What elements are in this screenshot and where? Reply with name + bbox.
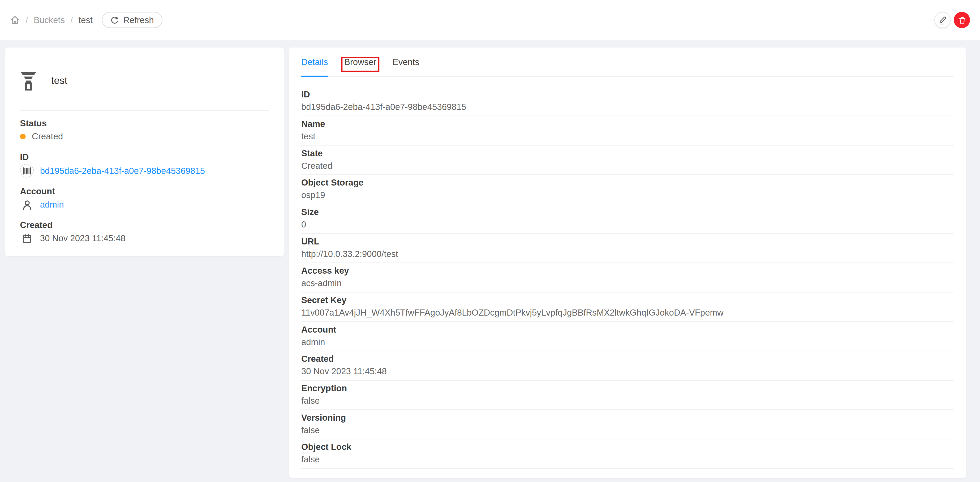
resource-title: test bbox=[51, 75, 67, 86]
top-bar: / Buckets / test Refresh bbox=[0, 0, 980, 40]
divider bbox=[20, 110, 269, 110]
calendar-icon bbox=[20, 234, 34, 243]
top-actions bbox=[934, 12, 970, 28]
account-label: Account bbox=[20, 185, 269, 197]
pencil-icon bbox=[938, 16, 947, 24]
detail-value: osp19 bbox=[301, 190, 954, 200]
detail-row: Created 30 Nov 2023 11:45:48 bbox=[301, 351, 954, 380]
created-label: Created bbox=[20, 219, 269, 231]
detail-row: Access key acs-admin bbox=[301, 263, 954, 293]
page: / Buckets / test Refresh bbox=[0, 0, 980, 482]
refresh-label: Refresh bbox=[123, 15, 154, 25]
status-dot-icon bbox=[20, 134, 25, 139]
refresh-icon bbox=[111, 16, 119, 24]
funnel-bucket-icon bbox=[20, 71, 37, 90]
detail-label: Object Storage bbox=[301, 178, 954, 188]
detail-row: Object Lock false bbox=[301, 439, 954, 469]
detail-value: admin bbox=[301, 337, 954, 347]
breadcrumb-separator: / bbox=[26, 15, 28, 25]
id-group: ID bd195da6-2eba-413f-a0e7-98be45369815 bbox=[20, 151, 269, 177]
breadcrumb-separator: / bbox=[70, 15, 73, 25]
detail-label: State bbox=[301, 148, 954, 159]
created-group: Created 30 Nov 2023 11:45:48 bbox=[20, 219, 269, 245]
id-label: ID bbox=[20, 151, 269, 163]
detail-label: Secret Key bbox=[301, 295, 954, 305]
detail-value: false bbox=[301, 396, 954, 406]
detail-label: Account bbox=[301, 325, 954, 335]
tab-details[interactable]: Details bbox=[301, 48, 328, 76]
edit-button[interactable] bbox=[934, 12, 951, 28]
detail-value: http://10.0.33.2:9000/test bbox=[301, 249, 954, 259]
details-list: ID bd195da6-2eba-413f-a0e7-98be45369815 … bbox=[301, 77, 954, 469]
status-value: Created bbox=[32, 130, 63, 143]
delete-button[interactable] bbox=[954, 12, 970, 28]
detail-row: State Created bbox=[301, 146, 954, 175]
trash-icon bbox=[958, 16, 966, 24]
detail-label: Name bbox=[301, 119, 954, 129]
content-area: test Status Created ID bbox=[0, 40, 980, 478]
detail-value: 30 Nov 2023 11:45:48 bbox=[301, 366, 954, 377]
detail-label: Created bbox=[301, 354, 954, 364]
detail-label: Size bbox=[301, 207, 954, 217]
status-group: Status Created bbox=[20, 117, 269, 143]
account-link[interactable]: admin bbox=[40, 198, 64, 211]
detail-value: false bbox=[301, 454, 954, 465]
tab-bar: Details Browser Events bbox=[301, 48, 954, 77]
barcode-icon[interactable] bbox=[20, 164, 34, 178]
breadcrumb: / Buckets / test bbox=[10, 15, 93, 25]
breadcrumb-link-buckets[interactable]: Buckets bbox=[34, 15, 65, 25]
detail-value: test bbox=[301, 131, 954, 142]
refresh-button[interactable]: Refresh bbox=[102, 12, 162, 28]
detail-value: false bbox=[301, 425, 954, 436]
id-link[interactable]: bd195da6-2eba-413f-a0e7-98be45369815 bbox=[40, 164, 205, 177]
detail-row: URL http://10.0.33.2:9000/test bbox=[301, 234, 954, 263]
detail-label: URL bbox=[301, 236, 954, 247]
detail-row: Name test bbox=[301, 116, 954, 146]
account-group: Account admin bbox=[20, 185, 269, 211]
home-icon[interactable] bbox=[10, 15, 20, 25]
detail-label: Encryption bbox=[301, 383, 954, 394]
breadcrumb-current: test bbox=[79, 15, 93, 25]
detail-value: 11v007a1Av4jJH_W4Xh5TfwFFAgoJyAf8LbOZDcg… bbox=[301, 307, 954, 318]
detail-row: Versioning false bbox=[301, 410, 954, 439]
tab-browser[interactable]: Browser bbox=[344, 48, 376, 76]
created-value: 30 Nov 2023 11:45:48 bbox=[40, 232, 126, 245]
detail-row: Size 0 bbox=[301, 204, 954, 234]
detail-row: ID bd195da6-2eba-413f-a0e7-98be45369815 bbox=[301, 87, 954, 116]
detail-value: Created bbox=[301, 161, 954, 171]
detail-label: Object Lock bbox=[301, 442, 954, 453]
detail-value: 0 bbox=[301, 219, 954, 230]
detail-row: Secret Key 11v007a1Av4jJH_W4Xh5TfwFFAgoJ… bbox=[301, 293, 954, 322]
detail-label: ID bbox=[301, 89, 954, 100]
detail-label: Access key bbox=[301, 266, 954, 276]
resource-card: test Status Created ID bbox=[5, 48, 284, 256]
user-icon bbox=[20, 200, 34, 210]
detail-row: Object Storage osp19 bbox=[301, 175, 954, 204]
resource-header: test bbox=[20, 62, 269, 99]
detail-label: Versioning bbox=[301, 412, 954, 423]
detail-value: bd195da6-2eba-413f-a0e7-98be45369815 bbox=[301, 102, 954, 113]
tab-events[interactable]: Events bbox=[393, 48, 419, 76]
status-label: Status bbox=[20, 117, 269, 129]
detail-value: acs-admin bbox=[301, 278, 954, 289]
detail-row: Encryption false bbox=[301, 380, 954, 410]
detail-row: Account admin bbox=[301, 322, 954, 352]
details-panel: Details Browser Events ID bd195da6-2eba-… bbox=[289, 48, 966, 478]
